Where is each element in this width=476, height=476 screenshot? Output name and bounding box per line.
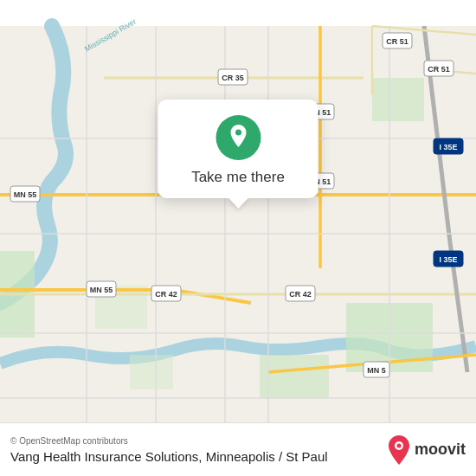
svg-text:CR 51: CR 51 (428, 65, 450, 74)
bottom-left-info: © OpenStreetMap contributors Vang Health… (10, 436, 328, 464)
svg-point-53 (235, 130, 241, 136)
svg-text:CR 42: CR 42 (155, 290, 177, 299)
svg-line-14 (450, 242, 467, 372)
svg-rect-4 (95, 286, 147, 329)
svg-rect-2 (346, 303, 433, 372)
svg-text:CR 42: CR 42 (289, 290, 312, 299)
svg-rect-1 (0, 251, 35, 338)
svg-rect-3 (372, 78, 424, 121)
svg-text:I 35E: I 35E (439, 255, 457, 264)
svg-rect-34 (218, 69, 248, 85)
svg-line-18 (424, 69, 476, 74)
svg-rect-44 (434, 138, 463, 154)
svg-text:MN 55: MN 55 (90, 286, 113, 294)
popup-tail (228, 197, 248, 209)
svg-rect-50 (424, 61, 453, 76)
svg-text:CR 51: CR 51 (386, 37, 408, 46)
moovit-logo: moovit (387, 435, 466, 465)
svg-line-9 (173, 290, 251, 303)
bottom-bar: © OpenStreetMap contributors Vang Health… (0, 422, 476, 476)
svg-rect-42 (363, 362, 389, 377)
popup-label: Take me there (179, 169, 298, 186)
moovit-pin-icon (387, 435, 411, 465)
svg-rect-48 (383, 33, 412, 48)
svg-rect-46 (434, 251, 463, 267)
svg-text:MN 5: MN 5 (367, 366, 386, 375)
osm-credit: © OpenStreetMap contributors (10, 436, 328, 446)
svg-line-13 (424, 26, 450, 242)
svg-text:CR 35: CR 35 (222, 74, 244, 82)
svg-rect-0 (0, 26, 476, 450)
svg-line-17 (372, 26, 476, 35)
moovit-text: moovit (415, 441, 466, 459)
svg-rect-5 (260, 355, 329, 398)
popup-card[interactable]: Take me there (158, 100, 318, 198)
svg-rect-40 (87, 281, 116, 297)
svg-rect-38 (286, 286, 315, 301)
svg-rect-28 (10, 186, 40, 202)
svg-rect-36 (151, 286, 181, 301)
svg-rect-6 (130, 355, 173, 389)
svg-text:Mississippi River: Mississippi River (83, 17, 138, 54)
location-pin-icon (215, 115, 261, 160)
svg-point-55 (396, 443, 401, 447)
svg-text:I 35E: I 35E (439, 143, 457, 151)
svg-line-15 (268, 355, 476, 372)
svg-text:MN 55: MN 55 (14, 190, 37, 199)
location-name: Vang Health Insurance Solutions, Minneap… (10, 449, 328, 464)
map-container: MN 55 MN 51 MN 51 CR 35 CR 42 CR 42 MN 5… (0, 0, 476, 476)
